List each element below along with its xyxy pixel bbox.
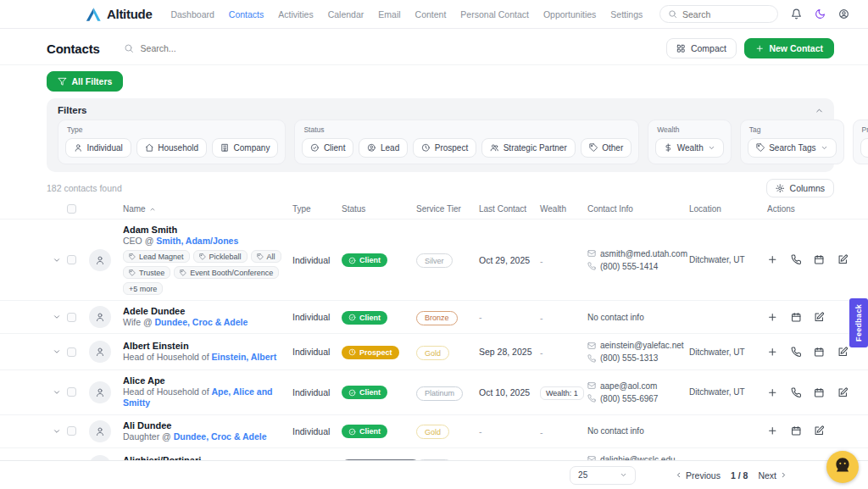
row-expand-icon[interactable] — [47, 347, 67, 356]
nav-item-personal-contact[interactable]: Personal Contact — [460, 9, 529, 19]
row-expand-icon[interactable] — [47, 313, 67, 321]
nav-item-content[interactable]: Content — [415, 9, 447, 19]
filter-search-tags-dropdown[interactable]: Search Tags — [748, 138, 837, 158]
call-action-button[interactable] — [791, 254, 802, 265]
column-header-status[interactable]: Status — [342, 204, 416, 214]
filter-household-button[interactable]: Household — [136, 138, 207, 158]
contact-name[interactable]: Adele Dundee — [123, 306, 284, 316]
page-header: Contacts Compact New Contact — [0, 29, 868, 65]
schedule-action-button[interactable] — [814, 254, 825, 265]
phone-value[interactable]: (800) 555-6967 — [600, 392, 658, 405]
subtitle-link[interactable]: Dundee, Croc & Adele — [174, 431, 267, 442]
row-checkbox[interactable] — [67, 387, 76, 397]
subtitle-link[interactable]: Smith, Adam/Jones — [156, 236, 238, 246]
dark-mode-moon-icon[interactable] — [815, 8, 826, 19]
nav-item-activities[interactable]: Activities — [278, 9, 313, 19]
all-filters-button[interactable]: All Filters — [47, 71, 123, 92]
edit-action-button[interactable] — [837, 254, 849, 265]
columns-button[interactable]: Columns — [766, 179, 834, 197]
filter-search-tags-dropdown[interactable]: Search Tags — [860, 138, 868, 158]
new-contact-button[interactable]: New Contact — [744, 38, 834, 58]
notifications-bell-icon[interactable] — [791, 8, 802, 19]
column-header-wealth[interactable]: Wealth — [540, 204, 587, 214]
nav-item-opportunities[interactable]: Opportunities — [543, 9, 596, 19]
filter-wealth-dropdown[interactable]: Wealth — [655, 138, 723, 158]
schedule-action-button[interactable] — [814, 347, 825, 358]
contacts-search-input[interactable] — [141, 43, 654, 53]
compact-button[interactable]: Compact — [666, 38, 737, 58]
add-action-button[interactable] — [767, 347, 778, 358]
filter-client-button[interactable]: Client — [302, 138, 353, 158]
add-action-button[interactable] — [767, 425, 778, 436]
filter-individual-button[interactable]: Individual — [65, 138, 131, 158]
contact-name[interactable]: Ali Dundee — [123, 420, 284, 431]
subtitle-link[interactable]: Dundee, Croc & Adele — [155, 317, 248, 327]
row-checkbox[interactable] — [67, 426, 76, 436]
edit-action-button[interactable] — [837, 347, 849, 358]
nav-item-settings[interactable]: Settings — [610, 9, 643, 19]
next-page-button[interactable]: Next — [758, 470, 787, 481]
brand[interactable]: Altitude — [85, 7, 152, 22]
contact-name[interactable]: Albert Einstein — [123, 341, 284, 351]
row-checkbox[interactable] — [67, 255, 76, 264]
status-label: Client — [359, 388, 381, 397]
add-action-button[interactable] — [767, 312, 778, 323]
filter-label: Household — [158, 143, 198, 153]
row-checkbox[interactable] — [67, 347, 76, 357]
schedule-action-button[interactable] — [814, 387, 825, 398]
schedule-action-button[interactable] — [791, 425, 802, 436]
column-header-last-contact[interactable]: Last Contact — [479, 204, 540, 214]
nav-item-calendar[interactable]: Calendar — [328, 9, 364, 19]
more-tags-button[interactable]: +5 more — [123, 282, 163, 295]
column-header-name[interactable]: Name — [123, 204, 292, 214]
filter-company-button[interactable]: Company — [212, 138, 278, 158]
last-contact: - — [479, 312, 540, 322]
email-value[interactable]: asmith@med.utah.com — [600, 247, 687, 260]
edit-action-button[interactable] — [837, 387, 849, 398]
chat-widget-button[interactable] — [826, 451, 859, 483]
global-search-input[interactable] — [682, 9, 770, 19]
filter-prospect-button[interactable]: Prospect — [413, 138, 476, 158]
schedule-action-button[interactable] — [791, 312, 802, 323]
row-checkbox[interactable] — [67, 313, 76, 322]
column-header-type[interactable]: Type — [292, 204, 342, 214]
select-all-checkbox[interactable] — [67, 204, 76, 214]
last-contact: Sep 28, 2025 — [479, 347, 540, 357]
previous-page-button[interactable]: Previous — [675, 470, 721, 481]
phone-value[interactable]: (800) 555-1414 — [600, 260, 658, 273]
filter-lead-button[interactable]: Lead — [359, 138, 408, 158]
feedback-tab[interactable]: Feedback — [849, 298, 868, 347]
global-search[interactable] — [659, 5, 778, 23]
nav-item-email[interactable]: Email — [378, 9, 400, 19]
nav-item-dashboard[interactable]: Dashboard — [170, 9, 214, 19]
contact-name[interactable]: Alice Ape — [123, 375, 284, 386]
column-header-service-tier[interactable]: Service Tier — [416, 204, 479, 214]
edit-action-button[interactable] — [814, 312, 825, 323]
wealth-cell: Wealth: 1 — [540, 384, 587, 400]
edit-action-button[interactable] — [814, 425, 825, 436]
add-action-button[interactable] — [767, 254, 778, 265]
contact-name[interactable]: Adam Smith — [123, 225, 284, 235]
page-size-select[interactable]: 25 — [570, 466, 636, 485]
email-value[interactable]: aape@aol.com — [600, 380, 657, 392]
filter-strategic-partner-button[interactable]: Strategic Partner — [481, 138, 576, 158]
account-user-icon[interactable] — [838, 8, 849, 19]
subtitle-link[interactable]: Einstein, Albert — [212, 352, 277, 362]
phone-value[interactable]: (800) 555-1313 — [600, 352, 658, 364]
filter-other-button[interactable]: Other — [581, 138, 632, 158]
row-expand-icon[interactable] — [47, 388, 67, 397]
call-action-button[interactable] — [791, 347, 802, 358]
email-value[interactable]: aeinstein@yalefac.net — [600, 339, 684, 352]
row-expand-icon[interactable] — [47, 256, 67, 264]
call-action-button[interactable] — [791, 387, 802, 398]
contacts-search[interactable] — [124, 43, 654, 53]
dollar-icon — [664, 143, 673, 153]
nav-item-contacts[interactable]: Contacts — [229, 9, 264, 19]
plus-icon — [755, 44, 765, 53]
row-expand-icon[interactable] — [47, 427, 67, 436]
column-header-contact-info[interactable]: Contact Info — [587, 204, 689, 214]
chevron-up-icon[interactable] — [815, 106, 824, 115]
user-circle-icon — [367, 143, 376, 153]
column-header-location[interactable]: Location — [689, 204, 762, 214]
add-action-button[interactable] — [767, 387, 778, 398]
